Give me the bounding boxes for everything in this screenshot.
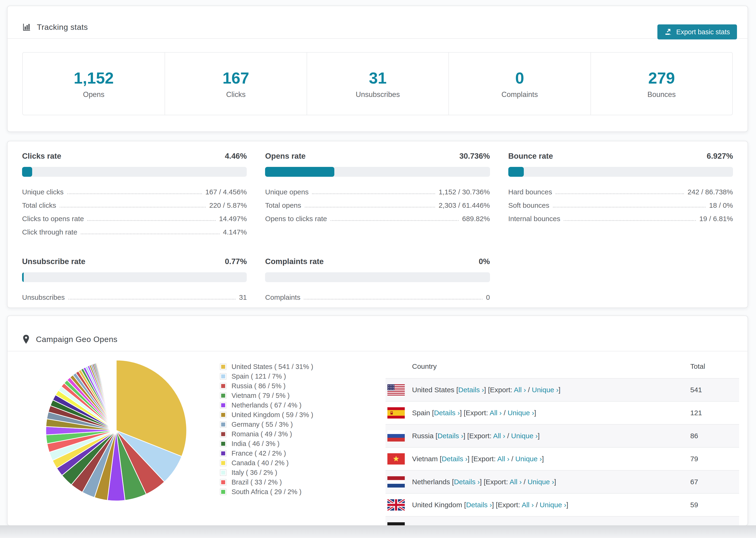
rate-row-soft-bounces: Soft bounces18 / 0% [508, 198, 733, 211]
legend-item-canada: Canada ( 40 / 2% ) [220, 458, 313, 468]
export-unique-link[interactable]: Unique › [540, 501, 566, 509]
rate-title: Opens rate [265, 152, 305, 161]
country-cell: Russia [Details ›] [Export: All › / Uniq… [412, 432, 540, 440]
export-all-link[interactable]: All › [510, 478, 522, 486]
dotted-leader [305, 207, 435, 207]
uk-flag-icon [387, 499, 405, 511]
details-link[interactable]: Details › [458, 386, 484, 394]
rate-row-value: 167 / 4.456% [205, 188, 247, 196]
campaign-geo-opens-card: Campaign Geo Opens United States ( 541 /… [7, 315, 748, 526]
legend-label: South Africa ( 29 / 2% ) [232, 488, 301, 496]
export-all-link[interactable]: All › [493, 432, 505, 440]
export-button-label: Export basic stats [676, 28, 730, 36]
legend-label: Canada ( 40 / 2% ) [232, 459, 289, 467]
rate-row-value: 0 [486, 294, 490, 301]
column-header-total: Total [690, 362, 705, 370]
legend-item-france: France ( 42 / 2% ) [220, 449, 313, 458]
stat-label-unsubscribes: Unsubscribes [356, 90, 400, 99]
table-row-vietnam: Vietnam [Details ›] [Export: All › / Uni… [386, 447, 739, 470]
export-unique-link[interactable]: Unique › [527, 478, 554, 486]
export-unique-link[interactable]: Unique › [508, 409, 534, 417]
details-link[interactable]: Details › [442, 455, 467, 463]
rate-title: Unsubscribe rate [22, 257, 85, 266]
rates-grid: Clicks rate4.46%Unique clicks167 / 4.456… [22, 152, 733, 303]
geo-pie-chart [41, 355, 191, 506]
progress-bar-complaints-rate [265, 272, 490, 282]
ru-flag-icon [387, 430, 405, 442]
legend-item-united-states: United States ( 541 / 31% ) [220, 362, 313, 372]
bar-chart-icon [22, 23, 31, 31]
country-cell: Spain [Details ›] [Export: All › / Uniqu… [412, 409, 536, 417]
stat-value-unsubscribes: 31 [369, 69, 387, 87]
legend-item-brazil: Brazil ( 33 / 2% ) [220, 477, 313, 487]
vn-flag-icon [387, 453, 405, 464]
rate-rows: Unique clicks167 / 4.456%Total clicks220… [22, 185, 247, 238]
stat-value-clicks: 167 [223, 69, 249, 87]
total-cell: 67 [690, 478, 698, 486]
page-bottom-band [0, 525, 756, 538]
rate-value: 6.927% [707, 152, 733, 161]
legend-swatch [220, 479, 226, 485]
export-basic-stats-button[interactable]: Export basic stats [657, 25, 737, 39]
export-unique-link[interactable]: Unique › [515, 455, 542, 463]
rate-rows: Hard bounces242 / 86.738%Soft bounces18 … [508, 185, 733, 225]
country-cell: United Kingdom [Details ›] [Export: All … [412, 501, 568, 509]
legend-swatch [220, 469, 226, 476]
export-all-link[interactable]: All › [514, 386, 526, 394]
export-unique-link[interactable]: Unique › [511, 432, 538, 440]
details-link[interactable]: Details › [454, 478, 480, 486]
table-row-united-kingdom: United Kingdom [Details ›] [Export: All … [386, 493, 739, 516]
country-name: Vietnam [412, 455, 440, 463]
rates-card: Clicks rate4.46%Unique clicks167 / 4.456… [7, 141, 748, 308]
export-all-link[interactable]: All › [490, 409, 502, 417]
dotted-leader [60, 207, 206, 207]
nl-flag-icon [387, 476, 405, 488]
map-pin-icon [22, 335, 30, 344]
export-all-link[interactable]: All › [497, 455, 510, 463]
total-cell: 541 [690, 386, 702, 394]
column-header-country: Country [412, 362, 437, 370]
dotted-leader [312, 193, 435, 194]
country-cell: Vietnam [Details ›] [Export: All › / Uni… [412, 455, 544, 463]
rate-row-value: 2,303 / 61.446% [439, 201, 490, 209]
total-cell: 79 [690, 455, 698, 463]
legend-label: France ( 42 / 2% ) [232, 450, 286, 457]
dotted-leader [556, 193, 684, 194]
legend-item-netherlands: Netherlands ( 67 / 4% ) [220, 401, 313, 410]
total-cell: 59 [690, 501, 698, 509]
rate-row-label: Click through rate [22, 228, 77, 236]
export-all-link[interactable]: All › [522, 501, 534, 509]
legend-label: Romania ( 49 / 3% ) [232, 430, 292, 438]
details-link[interactable]: Details › [466, 501, 492, 509]
details-link[interactable]: Details › [437, 432, 463, 440]
stat-label-bounces: Bounces [647, 90, 676, 99]
stat-label-clicks: Clicks [226, 90, 245, 99]
legend-item-south-africa: South Africa ( 29 / 2% ) [220, 487, 313, 497]
table-row-partial [386, 516, 739, 526]
legend-item-india: India ( 46 / 3% ) [220, 439, 313, 449]
table-row-united-states: United States [Details ›] [Export: All ›… [386, 378, 739, 401]
details-link[interactable]: Details › [434, 409, 460, 417]
rate-title: Complaints rate [265, 257, 324, 266]
country-name: Spain [412, 409, 432, 417]
progress-bar-clicks-rate [22, 167, 247, 177]
legend-item-romania: Romania ( 49 / 3% ) [220, 429, 313, 439]
rate-row-unique-clicks: Unique clicks167 / 4.456% [22, 185, 247, 198]
rate-row-value: 31 [239, 294, 247, 301]
rate-row-label: Soft bounces [508, 201, 549, 209]
stat-box-bounces: 279Bounces [590, 53, 732, 115]
rate-row-value: 18 / 0% [709, 201, 733, 209]
rate-row-value: 19 / 6.81% [699, 215, 733, 223]
stat-box-clicks: 167Clicks [165, 53, 306, 115]
progress-bar-fill [22, 167, 32, 177]
stat-label-complaints: Complaints [502, 90, 538, 99]
rate-block-complaints-rate: Complaints rate0%Complaints0 [265, 257, 490, 303]
legend-swatch [220, 450, 226, 457]
rate-value: 0% [479, 257, 490, 266]
export-unique-link[interactable]: Unique › [532, 386, 558, 394]
progress-bar-fill [508, 167, 524, 177]
legend-swatch [220, 393, 226, 399]
table-row-russia: Russia [Details ›] [Export: All › / Uniq… [386, 424, 739, 447]
us-flag-icon [387, 384, 405, 396]
table-row-spain: Spain [Details ›] [Export: All › / Uniqu… [386, 401, 739, 424]
